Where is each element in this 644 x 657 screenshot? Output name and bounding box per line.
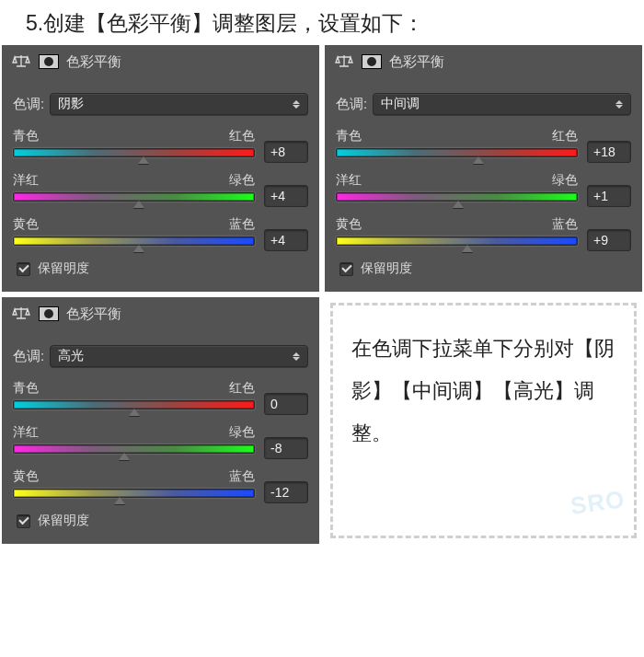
tone-select-value: 阴影: [58, 96, 84, 112]
slider-thumb[interactable]: [129, 409, 140, 416]
slider-track[interactable]: [336, 236, 578, 246]
slider-track[interactable]: [13, 400, 255, 409]
slider-right-label: 绿色: [229, 424, 255, 441]
preserve-luminosity-label: 保留明度: [38, 513, 89, 529]
slider-magenta-green: 洋红 绿色 +1: [336, 172, 631, 207]
slider-thumb[interactable]: [453, 201, 464, 208]
slider-thumb[interactable]: [138, 156, 149, 164]
slider-left-label: 青色: [13, 380, 39, 397]
slider-value-input[interactable]: -8: [264, 437, 308, 459]
tone-select[interactable]: 阴影: [50, 93, 308, 115]
preserve-luminosity-checkbox[interactable]: [339, 262, 353, 276]
panel-title: 色彩平衡: [66, 53, 121, 71]
slider-thumb[interactable]: [133, 245, 144, 252]
tone-label: 色调:: [336, 96, 367, 113]
slider-yellow-blue: 黄色 蓝色 -12: [13, 468, 308, 503]
slider-thumb[interactable]: [133, 201, 144, 208]
slider-track[interactable]: [336, 148, 578, 157]
slider-cyan-red: 青色 红色 +8: [13, 128, 308, 163]
slider-thumb[interactable]: [119, 453, 130, 460]
slider-left-label: 洋红: [13, 424, 39, 441]
panel-title: 色彩平衡: [66, 305, 121, 323]
slider-thumb[interactable]: [114, 497, 125, 504]
panel-title: 色彩平衡: [389, 53, 444, 71]
slider-track[interactable]: [13, 489, 255, 498]
slider-left-label: 洋红: [13, 172, 39, 189]
layer-mask-icon: [362, 54, 382, 69]
slider-value-input[interactable]: +1: [587, 185, 631, 207]
note-text: 在色调下拉菜单下分别对【阴影】【中间调】【高光】调整。: [351, 328, 627, 455]
slider-value-input[interactable]: +8: [264, 141, 308, 163]
instruction-heading: 5.创建【色彩平衡】调整图层，设置如下：: [0, 0, 644, 45]
slider-right-label: 蓝色: [229, 216, 255, 233]
balance-scale-icon: [334, 52, 354, 71]
slider-yellow-blue: 黄色 蓝色 +9: [336, 216, 631, 251]
slider-track[interactable]: [13, 236, 255, 246]
balance-scale-icon: [11, 52, 31, 71]
slider-left-label: 青色: [336, 128, 362, 144]
slider-thumb[interactable]: [473, 156, 484, 164]
preserve-luminosity-checkbox[interactable]: [17, 262, 30, 276]
tone-select[interactable]: 高光: [50, 345, 308, 367]
slider-left-label: 青色: [13, 128, 39, 144]
slider-right-label: 绿色: [229, 172, 255, 189]
instruction-note: 在色调下拉菜单下分别对【阴影】【中间调】【高光】调整。 SRO: [330, 303, 637, 538]
slider-right-label: 红色: [229, 128, 255, 144]
slider-right-label: 蓝色: [229, 468, 255, 485]
dropdown-arrows-icon: [293, 100, 300, 109]
slider-track[interactable]: [13, 148, 255, 157]
dropdown-arrows-icon: [615, 100, 623, 109]
slider-left-label: 黄色: [336, 216, 362, 233]
slider-magenta-green: 洋红 绿色 -8: [13, 424, 308, 459]
slider-left-label: 黄色: [13, 468, 39, 485]
slider-left-label: 黄色: [13, 216, 39, 233]
color-balance-panel-highlights: 色彩平衡 色调: 高光 青色 红色: [2, 297, 319, 544]
watermark: SRO: [569, 485, 627, 521]
preserve-luminosity-checkbox[interactable]: [17, 514, 30, 528]
slider-right-label: 蓝色: [552, 216, 578, 233]
preserve-luminosity-label: 保留明度: [38, 260, 89, 277]
slider-right-label: 绿色: [552, 172, 578, 189]
tone-label: 色调:: [13, 96, 44, 113]
slider-value-input[interactable]: +18: [587, 141, 631, 163]
slider-value-input[interactable]: -12: [264, 481, 308, 503]
layer-mask-icon: [39, 54, 59, 69]
slider-magenta-green: 洋红 绿色 +4: [13, 172, 308, 207]
color-balance-panel-midtones: 色彩平衡 色调: 中间调 青色 红色: [325, 45, 642, 292]
slider-thumb[interactable]: [462, 245, 473, 252]
color-balance-panel-shadows: 色彩平衡 色调: 阴影 青色 红色: [2, 45, 319, 292]
slider-cyan-red: 青色 红色 +18: [336, 128, 631, 163]
balance-scale-icon: [11, 305, 31, 323]
slider-track[interactable]: [13, 444, 255, 454]
tone-label: 色调:: [13, 348, 44, 365]
layer-mask-icon: [39, 306, 59, 321]
dropdown-arrows-icon: [293, 352, 300, 361]
tone-select-value: 中间调: [381, 96, 420, 112]
tone-select-value: 高光: [58, 348, 84, 364]
slider-right-label: 红色: [229, 380, 255, 397]
slider-value-input[interactable]: +9: [587, 229, 631, 251]
slider-yellow-blue: 黄色 蓝色 +4: [13, 216, 308, 251]
slider-value-input[interactable]: +4: [264, 185, 308, 207]
slider-value-input[interactable]: +4: [264, 229, 308, 251]
slider-left-label: 洋红: [336, 172, 362, 189]
tone-select[interactable]: 中间调: [373, 93, 631, 115]
preserve-luminosity-label: 保留明度: [361, 260, 412, 277]
slider-track[interactable]: [13, 192, 255, 202]
slider-right-label: 红色: [552, 128, 578, 144]
slider-cyan-red: 青色 红色 0: [13, 380, 308, 415]
slider-track[interactable]: [336, 192, 578, 202]
slider-value-input[interactable]: 0: [264, 393, 308, 415]
